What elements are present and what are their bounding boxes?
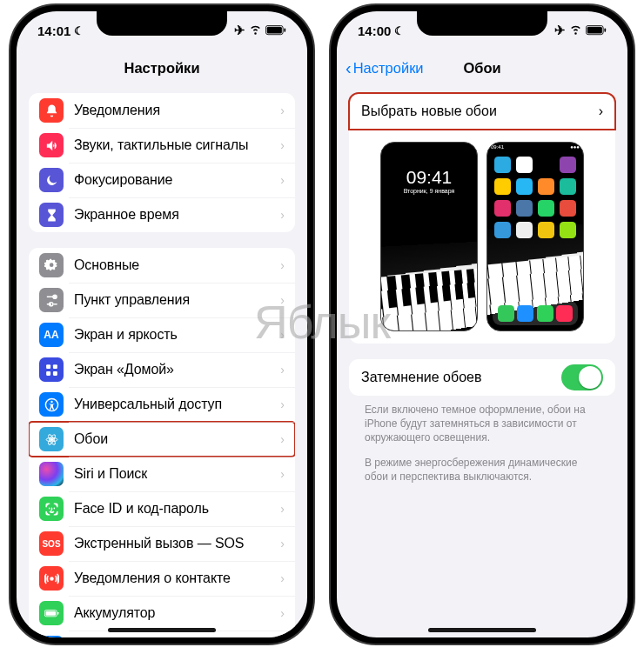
svg-rect-1 [267,26,282,33]
flower-icon [39,427,64,451]
row-label: Экран и яркость [74,327,280,343]
page-title: Обои [463,60,500,77]
preview-date: Вторник, 9 января [381,188,477,194]
settings-row-экстренный-вызов-sos[interactable]: SOSЭкстренный вызов — SOS› [29,526,295,561]
choose-new-wallpaper-row[interactable]: Выбрать новые обои › [349,93,615,130]
app-icon [494,222,511,238]
home-indicator[interactable] [108,628,216,632]
app-icon [560,200,576,217]
settings-row-экран-домой-[interactable]: Экран «Домой»› [29,352,295,387]
status-time: 14:00 [358,23,391,38]
settings-row-экран-и-яркость[interactable]: AAЭкран и яркость› [29,317,295,352]
aa-icon: AA [39,323,64,347]
settings-row-уведомления-о-контакте[interactable]: Уведомления о контакте› [29,561,295,596]
nav-header: Настройки [17,50,307,86]
footnote-1: Если включено темное оформление, обои на… [349,396,615,452]
row-label: Звуки, тактильные сигналы [74,137,280,153]
sos-icon: SOS [39,531,64,556]
faceid-icon [39,497,64,521]
bell-icon [39,98,64,123]
chevron-right-icon: › [280,328,285,342]
svg-rect-17 [45,611,56,615]
battery-icon [39,601,64,625]
app-icon [494,200,511,217]
back-button[interactable]: ‹ Настройки [345,59,424,77]
app-icon-grid [494,157,576,238]
svg-point-4 [48,303,50,305]
chevron-right-icon: › [280,432,285,446]
gear-icon [39,253,64,277]
row-label: Основные [74,257,280,273]
status-time: 14:01 [37,23,70,38]
dim-wallpaper-label: Затемнение обоев [361,370,481,385]
chevron-right-icon: › [280,467,285,481]
moon-icon [39,168,64,192]
settings-row-siri-и-поиск[interactable]: Siri и Поиск› [29,457,295,491]
access-icon [39,392,64,417]
wallpaper-content[interactable]: Выбрать новые обои › 09:41 Вторник, 9 ян… [337,86,627,637]
footnote-2: В режиме энергосбережения динамические о… [349,452,615,490]
chevron-right-icon: › [280,293,285,307]
app-icon [560,157,576,173]
svg-point-11 [50,437,53,441]
dim-toggle-group: Затемнение обоев [349,359,615,396]
settings-row-универсальный-доступ[interactable]: Универсальный доступ› [29,387,295,422]
siri-icon [39,462,64,486]
app-icon [516,200,533,217]
app-icon [538,222,554,238]
homescreen-preview[interactable]: 09:41●●● [486,142,584,331]
row-label: Аккумулятор [74,605,280,621]
svg-rect-2 [284,28,285,31]
grid-icon [39,357,64,382]
screen-left: 14:01 ☾ ✈︎ Настройки Уведомления›Звуки, … [17,11,307,637]
settings-row-экранное-время[interactable]: Экранное время› [29,197,295,232]
wifi-icon [249,23,262,38]
screen-right: 14:00 ☾ ✈︎ ‹ Настройки Обои [337,11,627,637]
chevron-right-icon: › [280,208,285,222]
battery-icon [265,23,286,38]
chevron-right-icon: › [280,258,285,272]
row-label: Обои [74,431,280,447]
svg-point-3 [53,295,56,297]
svg-rect-18 [57,611,58,614]
battery-icon [586,23,607,38]
hourglass-icon [39,203,64,227]
app-icon [516,157,533,173]
app-icon [494,157,511,173]
iphone-frame-right: 14:00 ☾ ✈︎ ‹ Настройки Обои [329,3,635,645]
settings-row-аккумулятор[interactable]: Аккумулятор› [29,596,295,631]
settings-row-пункт-управления[interactable]: Пункт управления› [29,283,295,317]
chevron-right-icon: › [280,606,285,620]
row-label: Фокусирование [74,172,280,188]
settings-row-фокусирование[interactable]: Фокусирование› [29,163,295,197]
settings-row-основные[interactable]: Основные› [29,248,295,283]
home-indicator[interactable] [428,628,536,632]
lockscreen-preview[interactable]: 09:41 Вторник, 9 января [380,142,478,331]
chevron-right-icon: › [280,173,285,187]
settings-row-face-id-и-код-пароль[interactable]: Face ID и код-пароль› [29,491,295,526]
svg-rect-20 [587,26,602,33]
row-label: Экранное время [74,207,280,223]
dock [493,301,578,325]
dim-wallpaper-toggle[interactable] [561,364,603,390]
choose-wallpaper-label: Выбрать новые обои [361,103,497,119]
dnd-moon-icon: ☾ [74,24,84,37]
chevron-right-icon: › [599,103,603,119]
settings-row-уведомления[interactable]: Уведомления› [29,93,295,128]
chevron-right-icon: › [280,138,285,152]
wallpaper-previews: 09:41 Вторник, 9 января 09:41●●● [349,130,615,344]
settings-group-1: Уведомления›Звуки, тактильные сигналы›Фо… [29,93,295,232]
settings-row-обои[interactable]: Обои› [29,422,295,457]
chevron-right-icon: › [280,363,285,377]
row-label: Уведомления [74,103,280,118]
radio-icon [39,566,64,591]
settings-group-2: Основные›Пункт управления›AAЭкран и ярко… [29,248,295,637]
app-icon [538,200,554,217]
chevron-right-icon: › [280,571,285,585]
nav-header: ‹ Настройки Обои [337,50,627,86]
row-label: Уведомления о контакте [74,571,280,586]
settings-content[interactable]: Уведомления›Звуки, тактильные сигналы›Фо… [17,86,307,637]
settings-row-звуки-тактильные-сигналы[interactable]: Звуки, тактильные сигналы› [29,128,295,163]
svg-rect-21 [604,28,606,31]
app-icon [516,178,533,195]
